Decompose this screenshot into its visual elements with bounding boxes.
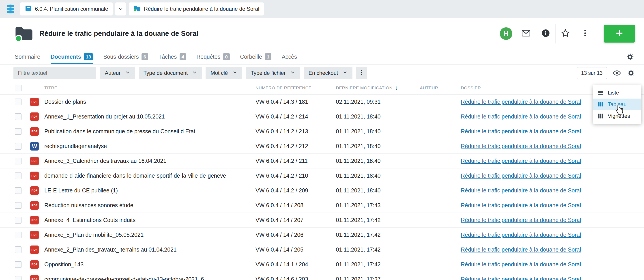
document-title[interactable]: demande-d-aide-financiere-dans-le-domain… <box>44 172 256 179</box>
document-title[interactable]: Annexe_5_Plan de mobilite_05.05.2021 <box>44 232 256 238</box>
more-actions-button[interactable] <box>575 24 595 44</box>
sort-desc-icon[interactable]: ↓ <box>395 85 398 91</box>
view-menu-label: Liste <box>608 90 619 96</box>
document-title[interactable]: Annexe_2_Plan des_travaux_ terrains au 0… <box>44 246 256 253</box>
document-title[interactable]: Dossier de plans <box>44 98 256 105</box>
table-row[interactable]: PDF Annexe_2_Plan des_travaux_ terrains … <box>0 242 644 257</box>
folder-link[interactable]: Réduire le trafic pendulaire à la douane… <box>461 113 581 120</box>
row-checkbox[interactable] <box>15 172 22 179</box>
document-title[interactable]: Annexe_3_Calendrier des travaux au 16.04… <box>44 158 256 164</box>
folder-link[interactable]: Réduire le trafic pendulaire à la douane… <box>461 187 581 194</box>
filter-type-fichier-dropdown[interactable]: Type de fichier <box>246 67 300 79</box>
folder-link[interactable]: Réduire le trafic pendulaire à la douane… <box>461 276 581 280</box>
user-avatar[interactable]: H <box>496 24 516 44</box>
last-modified: 01.11.2021, 17:37 <box>336 276 420 280</box>
view-menu-item-tableau[interactable]: Tableau <box>593 98 641 110</box>
tab-sous-dossiers[interactable]: Sous-dossiers 6 <box>103 49 148 64</box>
filter-mot-cle-dropdown[interactable]: Mot clé <box>206 67 242 79</box>
app-logo-icon[interactable] <box>5 4 16 14</box>
file-type-cell: PDF <box>30 186 39 195</box>
tab-documents[interactable]: Documents 13 <box>50 49 93 64</box>
column-header-reference[interactable]: NUMÉRO DE RÉFÉRENCE <box>256 86 336 90</box>
search-input[interactable] <box>14 67 96 79</box>
breadcrumb-current-folder[interactable]: Réduire le trafic pendulaire à la douane… <box>129 2 264 16</box>
tab-taches[interactable]: Tâches 4 <box>158 49 186 64</box>
document-title[interactable]: communique-de-presse-du-conseil-d-etat-d… <box>44 276 256 280</box>
last-modified: 01.11.2021, 17:42 <box>336 232 420 238</box>
row-checkbox[interactable] <box>15 128 22 135</box>
breadcrumb-expand-button[interactable] <box>115 2 126 16</box>
folder-link[interactable]: Réduire le trafic pendulaire à la douane… <box>461 172 581 179</box>
table-row[interactable]: PDF Annexe_4_Estimations Couts induits V… <box>0 213 644 228</box>
table-row[interactable]: PDF communique-de-presse-du-conseil-d-et… <box>0 272 644 280</box>
row-checkbox[interactable] <box>15 143 22 150</box>
document-title[interactable]: Opposition_143 <box>44 261 256 268</box>
tab-acces[interactable]: Accès <box>282 49 297 64</box>
row-checkbox[interactable] <box>15 217 22 224</box>
filter-auteur-dropdown[interactable]: Auteur <box>100 67 135 79</box>
folder-link[interactable]: Réduire le trafic pendulaire à la douane… <box>461 232 581 238</box>
filter-label: Mot clé <box>210 70 228 76</box>
folder-link[interactable]: Réduire le trafic pendulaire à la douane… <box>461 128 581 134</box>
document-title[interactable]: rechtsgrundlagenanalyse <box>44 143 256 150</box>
table-row[interactable]: PDF Réduction nuisances sonores étude VW… <box>0 198 644 213</box>
table-row[interactable]: W rechtsgrundlagenanalyse VW 6.0.4 / 14.… <box>0 139 644 154</box>
folder-link[interactable]: Réduire le trafic pendulaire à la douane… <box>461 246 581 253</box>
view-mode-menu: Liste Tableau Vignettes <box>593 85 641 124</box>
mail-button[interactable] <box>516 24 536 44</box>
row-checkbox[interactable] <box>15 261 22 268</box>
table-row[interactable]: PDF demande-d-aide-financiere-dans-le-do… <box>0 168 644 183</box>
filter-type-document-dropdown[interactable]: Type de document <box>138 67 202 79</box>
gear-icon[interactable] <box>626 53 634 61</box>
row-checkbox[interactable] <box>15 246 22 253</box>
table-row[interactable]: PDF Annexe_1_Presentation du projet au 1… <box>0 109 644 124</box>
folder-link[interactable]: Réduire le trafic pendulaire à la douane… <box>461 217 581 223</box>
folder-link[interactable]: Réduire le trafic pendulaire à la douane… <box>461 98 581 105</box>
row-checkbox[interactable] <box>15 276 22 280</box>
document-title[interactable]: Publication dans le communique de presse… <box>44 128 256 134</box>
info-button[interactable] <box>536 24 555 44</box>
filter-en-checkout-dropdown[interactable]: En checkout <box>304 67 352 79</box>
tab-corbeille[interactable]: Corbeille 1 <box>240 49 272 64</box>
column-header-titre[interactable]: TITRE <box>44 86 256 90</box>
column-header-auteur[interactable]: AUTEUR <box>420 86 461 90</box>
document-title[interactable]: Annexe_4_Estimations Couts induits <box>44 217 256 223</box>
table-row[interactable]: PDF Annexe_5_Plan de mobilite_05.05.2021… <box>0 228 644 242</box>
breadcrumb-parent-folder[interactable]: 6.0.4. Planification communale <box>20 2 113 16</box>
view-menu-item-vignettes[interactable]: Vignettes <box>593 110 641 122</box>
row-checkbox[interactable] <box>15 202 22 209</box>
table-row[interactable]: PDF Opposition_143 VW 6.0.4 / 14.1 / 204… <box>0 257 644 272</box>
tab-label: Corbeille <box>240 54 262 60</box>
more-filters-button[interactable] <box>356 67 367 79</box>
view-menu-item-liste[interactable]: Liste <box>593 87 641 98</box>
reference-number: VW 6.0.4 / 14 / 206 <box>256 232 336 238</box>
chevron-down-icon <box>192 70 197 76</box>
folder-link[interactable]: Réduire le trafic pendulaire à la douane… <box>461 143 581 149</box>
row-checkbox[interactable] <box>15 187 22 194</box>
document-title[interactable]: LE-E Lettre du CE publiee (1) <box>44 187 256 194</box>
favorite-button[interactable] <box>555 24 575 44</box>
document-title[interactable]: Annexe_1_Presentation du projet au 10.05… <box>44 113 256 120</box>
select-all-checkbox[interactable] <box>15 85 22 92</box>
gear-icon[interactable] <box>627 69 635 77</box>
chevron-down-icon <box>232 70 237 76</box>
table-row[interactable]: PDF Annexe_3_Calendrier des travaux au 1… <box>0 154 644 168</box>
folder-cell: Réduire le trafic pendulaire à la douane… <box>461 202 644 208</box>
eye-icon[interactable] <box>613 69 621 77</box>
reference-number: VW 6.0.4 / 14.2 / 210 <box>256 172 336 179</box>
tab-requetes[interactable]: Requêtes 0 <box>196 49 230 64</box>
tab-sommaire[interactable]: Sommaire <box>15 49 40 64</box>
row-checkbox[interactable] <box>15 98 22 105</box>
row-checkbox[interactable] <box>15 232 22 238</box>
document-title[interactable]: Réduction nuisances sonores étude <box>44 202 256 208</box>
folder-link[interactable]: Réduire le trafic pendulaire à la douane… <box>461 261 581 268</box>
row-checkbox[interactable] <box>15 113 22 120</box>
folder-link[interactable]: Réduire le trafic pendulaire à la douane… <box>461 202 581 208</box>
table-row[interactable]: PDF Dossier de plans VW 6.0.4 / 14.3 / 1… <box>0 94 644 109</box>
row-checkbox[interactable] <box>15 158 22 164</box>
table-row[interactable]: PDF Publication dans le communique de pr… <box>0 124 644 139</box>
folder-link[interactable]: Réduire le trafic pendulaire à la douane… <box>461 158 581 164</box>
column-header-modification[interactable]: DERNIÈRE MODIFICATION ↓ <box>336 85 420 91</box>
add-button[interactable] <box>604 25 635 42</box>
table-row[interactable]: PDF LE-E Lettre du CE publiee (1) VW 6.0… <box>0 183 644 198</box>
